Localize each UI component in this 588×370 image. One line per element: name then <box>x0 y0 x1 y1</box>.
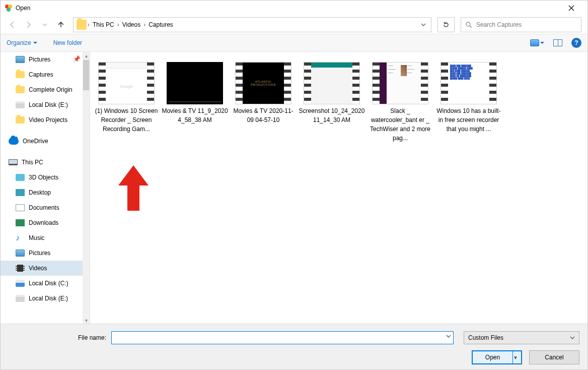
search-input[interactable]: Search Captures <box>461 17 581 32</box>
folder-icon <box>16 71 25 78</box>
folder-icon <box>77 20 87 30</box>
sidebar-label: Local Disk (E:) <box>29 295 68 302</box>
sidebar-scrollbar[interactable]: ▴ ▾ <box>83 52 90 324</box>
pane-icon <box>553 39 562 46</box>
sidebar-item-video-projects[interactable]: Video Projects <box>1 112 90 128</box>
sidebar-label: Pictures <box>29 56 50 63</box>
open-label: Open <box>473 354 512 361</box>
folder-icon <box>16 86 25 93</box>
file-name: Screenshot 10_24_2020 11_14_30 AM <box>298 106 366 125</box>
pictures-icon <box>16 56 25 63</box>
document-icon <box>16 204 25 211</box>
filename-label: File name: <box>51 334 106 341</box>
file-item[interactable]: Movies & TV 11_9_2020 4_58_38 AM <box>161 56 229 143</box>
file-name: Windows 10 has a built-in free screen re… <box>434 106 503 134</box>
sidebar-label: Captures <box>29 71 53 78</box>
disk-icon <box>16 280 25 287</box>
scroll-thumb[interactable] <box>83 60 89 90</box>
breadcrumb-captures[interactable]: Captures <box>146 21 175 28</box>
svg-point-2 <box>7 8 11 12</box>
chevron-right-icon: › <box>87 21 91 28</box>
pictures-icon <box>16 250 25 257</box>
new-folder-button[interactable]: New folder <box>53 39 82 46</box>
disk-icon <box>16 101 25 108</box>
chevron-right-icon: › <box>116 21 120 28</box>
folder-icon <box>16 116 25 124</box>
organize-menu[interactable]: Organize <box>7 39 37 46</box>
file-name: Slack _ watercooler_bant er _ TechWiser … <box>366 106 434 143</box>
file-item[interactable]: Screenshot 10_24_2020 11_14_30 AM <box>298 56 366 143</box>
sidebar-item-disk-e2[interactable]: Local Disk (E:) <box>1 291 90 306</box>
recent-dropdown[interactable] <box>38 18 52 32</box>
open-button[interactable]: Open ▼ <box>472 350 522 364</box>
preview-pane-button[interactable] <box>553 39 562 46</box>
bottom-bar: File name: Custom Files Open ▼ Cancel <box>1 324 587 369</box>
up-button[interactable] <box>54 18 68 32</box>
address-dropdown[interactable] <box>419 22 428 27</box>
help-button[interactable]: ? <box>571 38 581 48</box>
disk-icon <box>16 295 25 302</box>
scroll-up-icon[interactable]: ▴ <box>83 52 90 59</box>
file-item[interactable]: ████ ███ ████████████ ██████ ███████ ███… <box>434 56 503 143</box>
sidebar-label: Local Disk (C:) <box>29 280 68 287</box>
sidebar-label: OneDrive <box>23 138 48 145</box>
window-title: Open <box>16 5 568 12</box>
sidebar-label: Downloads <box>29 219 58 226</box>
app-icon <box>5 4 13 12</box>
pin-icon: 📌 <box>73 55 81 63</box>
sidebar-label: Videos <box>29 265 47 272</box>
chevron-down-icon[interactable]: ▼ <box>513 355 521 360</box>
file-item[interactable]: Google (1) Windows 10 Screen Recorder _ … <box>92 56 161 143</box>
main-area: Pictures📌 Captures Complete Origin Local… <box>1 52 587 324</box>
file-name: Movies & TV 11_9_2020 4_58_38 AM <box>161 106 229 125</box>
address-bar[interactable]: › This PC › Videos › Captures <box>73 17 431 32</box>
sidebar-label: Desktop <box>29 189 51 196</box>
file-list[interactable]: Google (1) Windows 10 Screen Recorder _ … <box>90 52 587 324</box>
sidebar-label: Pictures <box>29 250 50 257</box>
view-options[interactable] <box>530 39 544 46</box>
cancel-button[interactable]: Cancel <box>529 350 579 364</box>
sidebar-item-this-pc[interactable]: This PC <box>1 155 90 170</box>
sidebar-item-pictures-quick[interactable]: Pictures📌 <box>1 52 90 67</box>
sidebar-item-videos[interactable]: Videos <box>1 261 90 276</box>
refresh-button[interactable] <box>437 17 455 32</box>
title-bar: Open <box>1 1 587 16</box>
toolbar: Organize New folder ? <box>1 34 587 52</box>
sidebar-item-desktop[interactable]: Desktop <box>1 185 90 200</box>
search-icon <box>465 21 472 28</box>
sidebar-label: Music <box>29 234 44 241</box>
sidebar-item-onedrive[interactable]: OneDrive <box>1 134 90 149</box>
sidebar-item-pictures[interactable]: Pictures <box>1 245 90 261</box>
search-placeholder: Search Captures <box>476 21 522 28</box>
forward-button[interactable] <box>22 18 36 32</box>
sidebar-item-3d-objects[interactable]: 3D Objects <box>1 170 90 185</box>
breadcrumb-videos[interactable]: Videos <box>120 21 142 28</box>
thumbnail-icon <box>530 39 539 46</box>
file-item[interactable]: ATLANTICPRODUCTIONS Movies & TV 2020-11-… <box>229 56 298 143</box>
chevron-down-icon[interactable] <box>446 334 451 339</box>
file-name: (1) Windows 10 Screen Recorder _ Screen … <box>92 106 161 134</box>
sidebar-item-downloads[interactable]: Downloads <box>1 215 90 230</box>
pc-icon <box>9 159 18 165</box>
sidebar-item-documents[interactable]: Documents <box>1 200 90 215</box>
file-type-filter[interactable]: Custom Files <box>464 331 579 344</box>
back-button[interactable] <box>6 18 20 32</box>
filename-input[interactable] <box>111 331 454 344</box>
sidebar-item-captures[interactable]: Captures <box>1 67 90 82</box>
navigation-row: › This PC › Videos › Captures Search Cap… <box>1 16 587 34</box>
desktop-icon <box>16 189 25 196</box>
sidebar-label: Video Projects <box>29 116 67 124</box>
sidebar-item-disk-e[interactable]: Local Disk (E:) <box>1 97 90 112</box>
svg-point-3 <box>466 22 470 26</box>
sidebar-item-music[interactable]: ♪Music <box>1 230 90 245</box>
sidebar-label: Local Disk (E:) <box>29 101 68 108</box>
chevron-right-icon: › <box>142 21 146 28</box>
video-thumbnail: Google <box>98 62 155 104</box>
sidebar-item-disk-c[interactable]: Local Disk (C:) <box>1 276 90 291</box>
close-button[interactable] <box>568 5 583 11</box>
sidebar-item-origin[interactable]: Complete Origin <box>1 82 90 97</box>
scroll-down-icon[interactable]: ▾ <box>83 317 90 324</box>
breadcrumb-this-pc[interactable]: This PC <box>91 21 116 28</box>
file-item[interactable]: —— ——— ———— ——— —— Slack _ watercooler_b… <box>366 56 434 143</box>
video-thumbnail: ATLANTICPRODUCTIONS <box>235 62 291 104</box>
